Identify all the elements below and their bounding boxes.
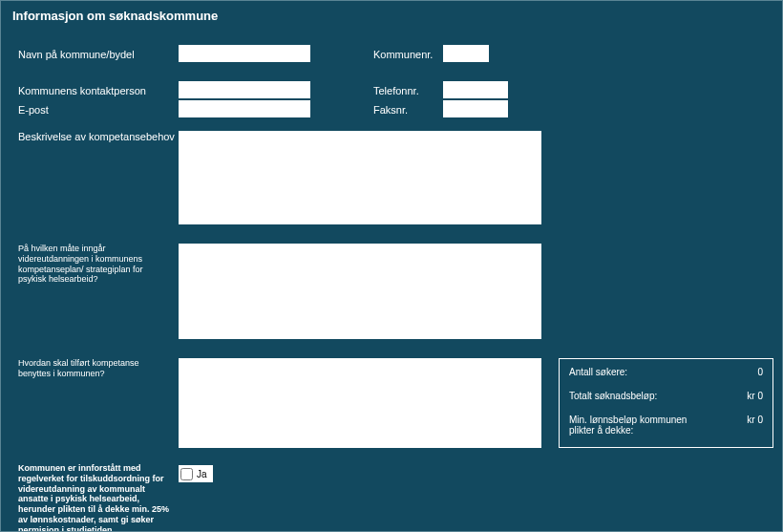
summary-sokere-value: 0 [757, 367, 763, 377]
faks-input[interactable] [443, 100, 508, 117]
beskrivelse-label: Beskrivelse av kompetansebehov [18, 131, 175, 142]
benyttes-label: Hvordan skal tilført kompetanse benyttes… [18, 358, 171, 379]
summary-min-label: Min. lønnsbeløp kommunen plikter å dekke… [569, 415, 712, 436]
summary-totalt-value: kr 0 [747, 391, 763, 401]
navn-input[interactable] [179, 45, 310, 62]
plan-textarea[interactable] [179, 244, 541, 339]
kommunenr-input[interactable] [443, 45, 489, 62]
epost-input[interactable] [179, 100, 310, 117]
faks-label: Faksnr. [373, 104, 408, 116]
kommunenr-label: Kommunenr. [373, 49, 433, 60]
epost-label: E-post [18, 104, 49, 116]
telefon-label: Telefonnr. [373, 85, 419, 96]
regelverk-label: Kommunen er innforstått med regelverket … [18, 463, 171, 532]
beskrivelse-textarea[interactable] [179, 131, 541, 224]
ja-checkbox-wrap[interactable]: Ja [179, 465, 213, 482]
navn-label: Navn på kommune/bydel [18, 49, 135, 60]
kontakt-label: Kommunens kontaktperson [18, 85, 146, 96]
summary-sokere-label: Antall søkere: [569, 367, 627, 377]
benyttes-textarea[interactable] [179, 358, 541, 448]
kontakt-input[interactable] [179, 81, 310, 98]
page-title: Informasjon om søknadskommune [1, 1, 782, 23]
plan-label: På hvilken måte inngår videreutdanningen… [18, 244, 161, 285]
ja-label: Ja [197, 469, 207, 479]
ja-checkbox[interactable] [180, 468, 193, 480]
telefon-input[interactable] [443, 81, 508, 98]
summary-box: Antall søkere: 0 Totalt søknadsbeløp: kr… [559, 358, 773, 448]
summary-min-value: kr 0 [747, 415, 763, 425]
summary-totalt-label: Totalt søknadsbeløp: [569, 391, 657, 401]
